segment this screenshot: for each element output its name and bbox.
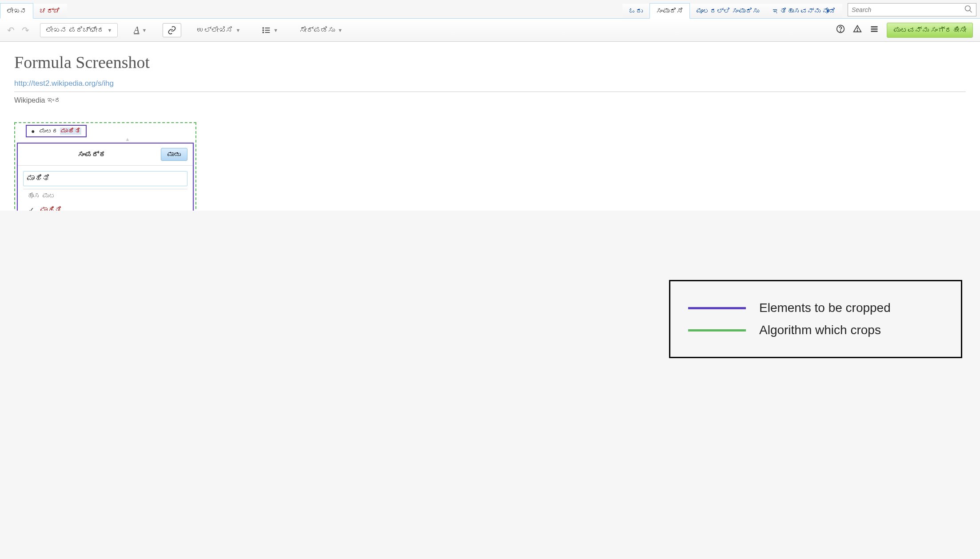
insert-label: ಸೇರ್ಪಡಿಸು: [299, 26, 335, 34]
warning-icon[interactable]: [853, 24, 862, 36]
insert-dropdown[interactable]: ಸೇರ್ಪಡಿಸು ▼: [294, 24, 348, 37]
top-tab-bar: ಲೇಖನ ಚರ್ಚೆ ಓದು ಸಂಪಾದಿಸಿ ಮೂಲದಲ್ಲಿ ಸಂಪಾದಿಸ…: [0, 0, 980, 19]
tab-edit[interactable]: ಸಂಪಾದಿಸಿ: [649, 3, 690, 19]
svg-point-11: [857, 30, 857, 31]
svg-rect-5: [265, 30, 270, 31]
tab-talk[interactable]: ಚರ್ಚೆ: [33, 3, 67, 18]
undo-redo-group: ↶ ↷: [7, 25, 29, 36]
search-box: [848, 3, 976, 16]
suggestion-label: ಮಾಹಿತಿ: [40, 206, 62, 211]
svg-rect-13: [871, 28, 877, 29]
search-icon[interactable]: [964, 5, 973, 15]
toolbar-right: ಪುಟವನ್ನು ಸಂಗ್ರಹೀಸೀ: [836, 23, 973, 38]
context-word-2-selected[interactable]: ಮಾಹಿತಿ: [60, 128, 81, 135]
popup-done-button[interactable]: ಮಾಡು: [161, 148, 187, 161]
link-target-input-wrap: [23, 171, 187, 186]
bullet-icon: ●: [31, 128, 35, 135]
cite-dropdown[interactable]: ಉಲ್ಲೇಖಿಸಿ ▼: [192, 24, 246, 37]
svg-point-6: [263, 32, 264, 33]
save-button[interactable]: ಪುಟವನ್ನು ಸಂಗ್ರಹೀಸೀ: [887, 23, 973, 38]
text-style-icon: A: [134, 25, 139, 35]
link-context-box: ● ಪುಟದ ಮಾಹಿತಿ: [26, 125, 87, 137]
svg-line-1: [970, 10, 972, 12]
chevron-down-icon: ▼: [338, 28, 343, 33]
link-target-input[interactable]: [27, 174, 183, 183]
list-icon: [262, 26, 271, 35]
right-tabs: ಓದು ಸಂಪಾದಿಸಿ ಮೂಲದಲ್ಲಿ ಸಂಪಾದಿಸು ಇತಿಹಾಸವನ್…: [622, 3, 842, 18]
chevron-down-icon: ▼: [107, 28, 112, 33]
chevron-down-icon: ▼: [142, 28, 147, 33]
popup-title: ಸಂಪರ್ಕ: [23, 151, 161, 159]
chevron-down-icon: ▼: [273, 28, 278, 33]
svg-point-4: [263, 29, 264, 31]
suggestion-item[interactable]: ✓ ಮಾಹಿತಿ: [23, 202, 187, 211]
page-from-text: Wikipedia ಇಂದ: [14, 96, 966, 104]
tab-history[interactable]: ಇತಿಹಾಸವನ್ನು ನೋಡಿ: [766, 3, 842, 18]
paragraph-dropdown[interactable]: ಲೇಖನ ಪರಿಚ್ಛೇದ ▼: [40, 23, 118, 37]
tab-article[interactable]: ಲೇಖನ: [0, 3, 33, 19]
undo-icon[interactable]: ↶: [7, 25, 15, 36]
popup-body: ಹೊಸ ಪುಟ ✓ ಮಾಹಿತಿ: [18, 166, 193, 211]
content-area: Formula Screenshot http://test2.wikipedi…: [0, 42, 980, 211]
tab-read[interactable]: ಓದು: [622, 3, 649, 18]
svg-point-2: [263, 27, 264, 28]
left-tabs: ಲೇಖನ ಚರ್ಚೆ: [0, 3, 67, 18]
cite-label: ಉಲ್ಲೇಖಿಸಿ: [197, 26, 233, 34]
svg-rect-14: [871, 31, 877, 32]
search-input[interactable]: [848, 3, 976, 16]
menu-icon[interactable]: [870, 24, 879, 36]
link-button[interactable]: [163, 23, 181, 37]
svg-rect-3: [265, 28, 270, 28]
redo-icon[interactable]: ↷: [22, 25, 29, 36]
list-dropdown[interactable]: ▼: [256, 23, 283, 37]
tab-edit-source[interactable]: ಮೂಲದಲ್ಲಿ ಸಂಪಾದಿಸು: [690, 3, 766, 18]
context-word-1: ಪುಟದ: [39, 128, 58, 135]
page-url-link[interactable]: http://test2.wikipedia.org/s/ihg: [14, 79, 966, 92]
svg-point-0: [965, 6, 971, 11]
chevron-down-icon: ▼: [235, 28, 240, 33]
link-inspector-popup: ಸಂಪರ್ಕ ಮಾಡು ಹೊಸ ಪುಟ ✓ ಮಾಹಿತಿ: [17, 143, 194, 211]
help-icon[interactable]: [836, 24, 845, 36]
text-style-dropdown[interactable]: A ▼: [128, 22, 152, 38]
suggestion-section: ಹೊಸ ಪುಟ ✓ ಮಾಹಿತಿ: [23, 189, 187, 211]
popup-header: ಸಂಪರ್ಕ ಮಾಡು: [18, 144, 193, 166]
page-title: Formula Screenshot: [14, 52, 966, 72]
paragraph-label: ಲೇಖನ ಪರಿಚ್ಛೇದ: [46, 26, 104, 34]
editor-toolbar: ↶ ↷ ಲೇಖನ ಪರಿಚ್ಛೇದ ▼ A ▼ ಉಲ್ಲೇಖಿಸಿ ▼ ▼ ಸೇ…: [0, 19, 980, 42]
svg-rect-12: [871, 26, 877, 28]
annotation-region: ● ಪುಟದ ಮಾಹಿತಿ ▲ ಸಂಪರ್ಕ ಮಾಡು ಹೊಸ ಪುಟ: [14, 122, 196, 211]
svg-rect-7: [265, 32, 270, 33]
check-icon: ✓: [28, 206, 34, 211]
new-page-header: ಹೊಸ ಪುಟ: [23, 189, 187, 202]
svg-point-9: [840, 31, 841, 31]
link-icon: [167, 26, 176, 35]
algorithm-crop-box: ● ಪುಟದ ಮಾಹಿತಿ ▲ ಸಂಪರ್ಕ ಮಾಡು ಹೊಸ ಪುಟ: [14, 122, 196, 211]
